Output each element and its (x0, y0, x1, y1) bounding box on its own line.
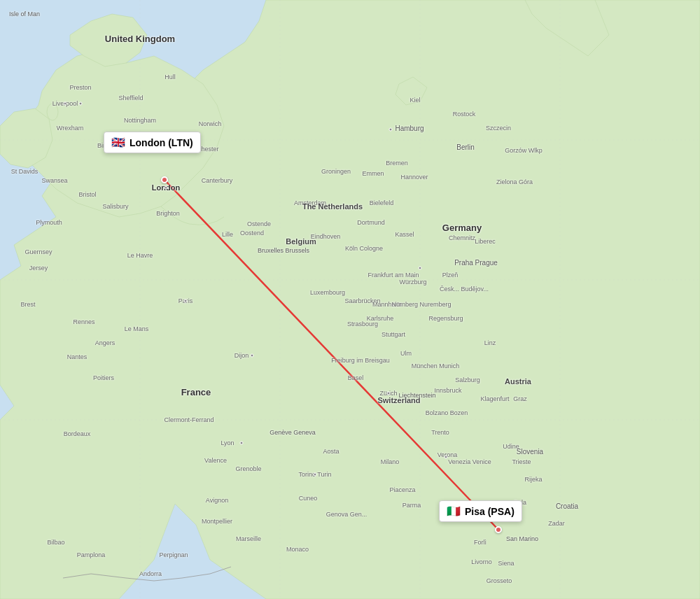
pisa-airport-label: 🇮🇹 Pisa (PSA) (439, 500, 522, 522)
map-svg (0, 0, 700, 599)
london-airport-dot (161, 176, 168, 183)
svg-point-1 (47, 104, 58, 120)
pisa-airport-dot (495, 526, 502, 533)
london-airport-label: 🇬🇧 London (LTN) (104, 132, 201, 153)
italy-flag-icon: 🇮🇹 (447, 505, 461, 518)
london-airport-name: London (LTN) (130, 137, 193, 148)
pisa-airport-name: Pisa (PSA) (465, 506, 514, 517)
uk-flag-icon: 🇬🇧 (111, 136, 125, 149)
map-container: Isle of ManUnited KingdomPrestonHullLive… (0, 0, 700, 599)
